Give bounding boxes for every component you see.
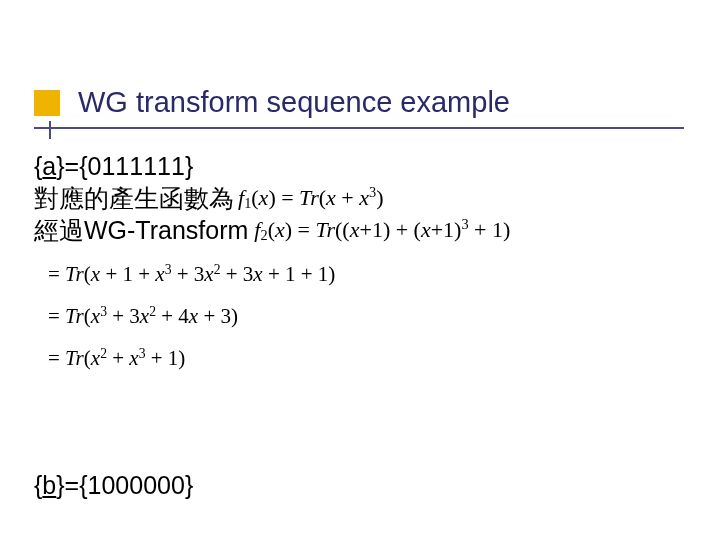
title-underline bbox=[34, 127, 684, 129]
generating-func-label: 對應的產生函數為 bbox=[34, 182, 234, 214]
formula-f1: f1(x) = Tr(x + x3) bbox=[238, 183, 383, 213]
brace-open: { bbox=[34, 150, 42, 182]
sequence-a: {a}={0111111} bbox=[34, 150, 686, 182]
title-tick-icon bbox=[49, 121, 51, 139]
sequence-b-var: b bbox=[42, 471, 56, 499]
slide-title: WG transform sequence example bbox=[78, 86, 510, 119]
slide: WG transform sequence example {a}={01111… bbox=[0, 0, 720, 540]
deriv-step-3: = Tr(x2 + x3 + 1) bbox=[34, 340, 686, 372]
title-bullet-icon bbox=[34, 90, 60, 116]
deriv-step-2: = Tr(x3 + 3x2 + 4x + 3) bbox=[34, 298, 686, 330]
wg-transform-line: 經過WG-Transform f2(x) = Tr((x+1) + (x+1)3… bbox=[34, 214, 686, 246]
generating-func-line: 對應的產生函數為 f1(x) = Tr(x + x3) bbox=[34, 182, 686, 214]
sequence-a-rest: }={0111111} bbox=[56, 150, 193, 182]
sequence-b-rest: }={1000000} bbox=[56, 471, 193, 499]
formula-f2: f2(x) = Tr((x+1) + (x+1)3 + 1) bbox=[254, 215, 510, 245]
slide-body: {a}={0111111} 對應的產生函數為 f1(x) = Tr(x + x3… bbox=[34, 150, 686, 382]
sequence-b: {b}={1000000} bbox=[34, 471, 193, 500]
wg-transform-label: 經過WG-Transform bbox=[34, 214, 248, 246]
deriv-step-1: = Tr(x + 1 + x3 + 3x2 + 3x + 1 + 1) bbox=[34, 256, 686, 288]
derivation: = Tr(x + 1 + x3 + 3x2 + 3x + 1 + 1) = Tr… bbox=[34, 256, 686, 372]
sequence-a-var: a bbox=[42, 150, 56, 182]
title-row: WG transform sequence example bbox=[34, 86, 686, 119]
